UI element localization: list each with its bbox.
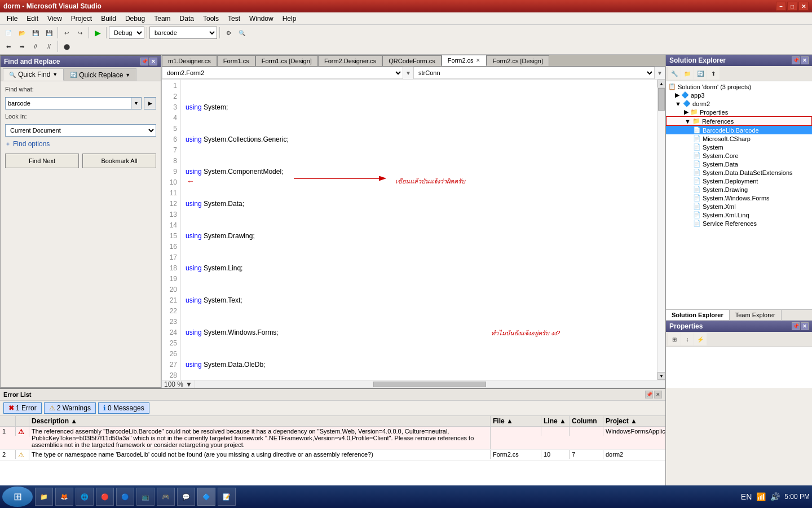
code-area[interactable]: 1 2 3 4 5 6 7 8 9 10 11 12 13 14 15 16 1 xyxy=(162,80,665,380)
warning-filter-btn[interactable]: ⚠ 2 Warnings xyxy=(44,402,96,414)
taskbar-browser-btn[interactable]: 🌐 xyxy=(76,488,94,506)
comment-btn[interactable]: // xyxy=(29,40,42,52)
quick-find-dropdown[interactable]: ▼ xyxy=(52,72,58,77)
se-project-dorm2[interactable]: ▼ 🔷 dorm2 xyxy=(666,99,812,108)
menu-data[interactable]: Data xyxy=(175,14,198,24)
taskbar-vs-btn[interactable]: 🔷 xyxy=(197,488,215,506)
undo-button[interactable]: ↩ xyxy=(60,27,73,39)
se-props-btn[interactable]: 🔧 xyxy=(668,67,681,80)
se-system-xml[interactable]: 📄 System.Xml xyxy=(666,202,812,211)
se-system-winforms[interactable]: 📄 System.Windows.Forms xyxy=(666,194,812,202)
quick-find-tab[interactable]: 🔍 Quick Find ▼ xyxy=(3,68,64,81)
se-solution[interactable]: 📋 Solution 'dorm' (3 projects) xyxy=(666,82,812,91)
scroll-up-arrow[interactable]: ▲ xyxy=(657,80,665,87)
find-input-dropdown[interactable]: ▼ xyxy=(131,97,142,110)
se-tab-team[interactable]: Team Explorer xyxy=(730,310,782,320)
tab-form2-design[interactable]: Form2.cs [Design] xyxy=(487,55,549,66)
close-button[interactable]: ✕ xyxy=(798,2,809,11)
zoom-indicator[interactable]: 100 % ▼ xyxy=(162,380,195,388)
find-options-row[interactable]: ＋ Find options xyxy=(5,140,156,148)
se-system-deploy[interactable]: 📄 System.Deployment xyxy=(666,177,812,185)
se-system-xml-linq[interactable]: 📄 System.Xml.Linq xyxy=(666,211,812,219)
menu-edit[interactable]: Edit xyxy=(22,14,43,24)
taskbar-game-btn[interactable]: 🎮 xyxy=(157,488,175,506)
se-project-app3[interactable]: ▶ 🔷 app3 xyxy=(666,91,812,99)
tab-qrcode[interactable]: QRCodeForm.cs xyxy=(382,55,442,66)
taskbar-red-btn[interactable]: 🔴 xyxy=(96,488,114,506)
menu-debug[interactable]: Debug xyxy=(121,14,149,24)
save-all-button[interactable]: 💾 xyxy=(43,27,55,39)
panel-close-button[interactable]: ✕ xyxy=(149,58,157,65)
menu-window[interactable]: Window xyxy=(245,14,278,24)
tab-form1[interactable]: Form1.cs xyxy=(217,55,255,66)
start-button[interactable]: ⊞ xyxy=(2,487,33,507)
save-button[interactable]: 💾 xyxy=(29,27,42,39)
build-config-combo[interactable]: Debug xyxy=(109,27,144,39)
hscroll-track[interactable] xyxy=(195,382,665,387)
se-system[interactable]: 📄 System xyxy=(666,143,812,151)
find-next-button[interactable]: Find Next xyxy=(5,154,79,168)
el-close-button[interactable]: ✕ xyxy=(654,391,662,398)
se-system-data-dse[interactable]: 📄 System.Data.DataSetExtensions xyxy=(666,168,812,177)
platform-combo[interactable]: barcode xyxy=(149,27,217,39)
menu-file[interactable]: File xyxy=(2,14,22,24)
se-close-button[interactable]: ✕ xyxy=(801,56,809,64)
new-file-button[interactable]: 📄 xyxy=(2,27,15,39)
look-in-select[interactable]: Current Document Entire Solution xyxy=(5,124,156,137)
taskbar-files-btn[interactable]: 📁 xyxy=(35,488,53,506)
prop-pin-button[interactable]: 📌 xyxy=(792,322,800,330)
outdent-btn[interactable]: ➡ xyxy=(16,40,28,52)
el-pin-button[interactable]: 📌 xyxy=(645,391,653,398)
menu-tools[interactable]: Tools xyxy=(198,14,223,24)
menu-view[interactable]: View xyxy=(43,14,67,24)
restore-button[interactable]: □ xyxy=(787,2,797,11)
prop-close-button[interactable]: ✕ xyxy=(801,322,809,330)
bookmark-all-button[interactable]: Bookmark All xyxy=(82,154,156,168)
taskbar-notepad-btn[interactable]: 📝 xyxy=(218,488,236,506)
prop-sort-cat-btn[interactable]: ⊞ xyxy=(668,333,681,345)
scroll-down-arrow[interactable]: ▼ xyxy=(657,372,665,380)
taskbar-chat-btn[interactable]: 💬 xyxy=(177,488,195,506)
prop-events-btn[interactable]: ⚡ xyxy=(694,333,707,345)
code-vscroll[interactable]: ▲ ▼ xyxy=(657,80,665,380)
se-system-data[interactable]: 📄 System.Data xyxy=(666,160,812,168)
menu-build[interactable]: Build xyxy=(96,14,121,24)
se-properties[interactable]: ▶ 📁 Properties xyxy=(666,108,812,116)
se-system-drawing[interactable]: 📄 System.Drawing xyxy=(666,185,812,194)
menu-test[interactable]: Test xyxy=(223,14,245,24)
minimize-button[interactable]: – xyxy=(776,2,786,11)
panel-pin-button[interactable]: 📌 xyxy=(140,58,148,65)
zoom-dropdown[interactable]: ▼ xyxy=(186,380,192,388)
se-service-refs[interactable]: 📄 Service References xyxy=(666,219,812,227)
quick-replace-tab[interactable]: 🔄 Quick Replace ▼ xyxy=(64,68,136,81)
member-nav-combo[interactable]: strConn xyxy=(413,67,655,79)
se-show-all-btn[interactable]: 📁 xyxy=(681,67,694,80)
se-ms-csharp[interactable]: 📄 Microsoft.CSharp xyxy=(666,134,812,143)
scroll-thumb[interactable] xyxy=(658,88,665,111)
tab-m1-designer[interactable]: m1.Designer.cs xyxy=(162,55,217,66)
start-button[interactable]: ▶ xyxy=(91,27,104,39)
breakpoint-btn[interactable]: ⬤ xyxy=(60,40,73,52)
se-barcode-ref[interactable]: 📄 BarcodeLib.Barcode xyxy=(666,126,812,134)
error-filter-btn[interactable]: ✖ 1 Error xyxy=(3,402,42,414)
menu-help[interactable]: Help xyxy=(278,14,301,24)
quick-replace-dropdown[interactable]: ▼ xyxy=(125,72,130,78)
find-next-icon-btn[interactable]: ▶ xyxy=(144,97,156,110)
se-system-core[interactable]: 📄 System.Core xyxy=(666,151,812,160)
code-content[interactable]: using System; using System.Collections.G… xyxy=(181,80,657,380)
indent-btn[interactable]: ⬅ xyxy=(2,40,15,52)
se-refresh-btn[interactable]: 🔄 xyxy=(694,67,707,80)
hscroll-thumb[interactable] xyxy=(373,382,486,387)
taskbar-firefox-btn[interactable]: 🦊 xyxy=(55,488,73,506)
find-input[interactable] xyxy=(5,97,131,110)
taskbar-media-btn[interactable]: 📺 xyxy=(136,488,155,506)
tab-form2-designer[interactable]: Form2.Designer.cs xyxy=(318,55,382,66)
tab-form2-close[interactable]: ✕ xyxy=(476,58,480,63)
message-filter-btn[interactable]: ℹ 0 Messages xyxy=(98,402,149,414)
prop-sort-alpha-btn[interactable]: ↕ xyxy=(681,333,694,345)
search-btn[interactable]: 🔍 xyxy=(236,27,248,39)
menu-team[interactable]: Team xyxy=(149,14,175,24)
tab-form2[interactable]: Form2.cs ✕ xyxy=(442,55,487,66)
se-references-folder[interactable]: ▼ 📁 References xyxy=(666,116,812,126)
redo-button[interactable]: ↪ xyxy=(74,27,86,39)
